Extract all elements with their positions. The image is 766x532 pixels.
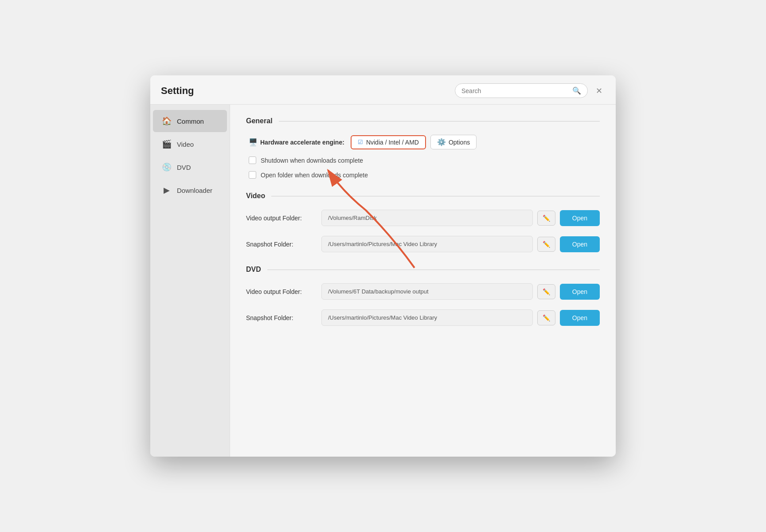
dvd-divider bbox=[267, 270, 600, 270]
sidebar-item-common[interactable]: 🏠 Common bbox=[153, 110, 227, 132]
dvd-output-edit-button[interactable]: ✏️ bbox=[537, 284, 555, 299]
dvd-title: DVD bbox=[246, 266, 261, 274]
body: 🏠 Common 🎬 Video 💿 DVD ▶ Downloader Gene… bbox=[150, 105, 616, 457]
sidebar-item-video[interactable]: 🎬 Video bbox=[153, 133, 227, 155]
search-box[interactable]: 🔍 bbox=[455, 83, 588, 98]
dvd-snapshot-folder-row: Snapshot Folder: ✏️ Open bbox=[246, 309, 600, 326]
sidebar-label-video: Video bbox=[177, 141, 194, 148]
video-section-header: Video bbox=[246, 192, 600, 200]
video-output-input[interactable] bbox=[321, 210, 533, 226]
checkbox-shutdown-label: Shutdown when downloads complete bbox=[261, 157, 363, 164]
dvd-section-header: DVD bbox=[246, 266, 600, 274]
search-input[interactable] bbox=[461, 87, 570, 94]
titlebar-right: 🔍 ✕ bbox=[455, 83, 605, 98]
hw-value-text: Nvidia / Intel / AMD bbox=[366, 139, 419, 146]
dvd-snapshot-label: Snapshot Folder: bbox=[246, 314, 317, 321]
general-title: General bbox=[246, 117, 273, 125]
checkbox-openfolder[interactable] bbox=[249, 171, 256, 179]
video-snapshot-input[interactable] bbox=[321, 236, 533, 252]
hw-label-text: Hardware accelerate engine: bbox=[260, 139, 344, 146]
hw-chip-icon: 🖥️ bbox=[249, 138, 258, 146]
dvd-output-folder-row: Video output Folder: ✏️ Open bbox=[246, 283, 600, 300]
sidebar-label-common: Common bbox=[177, 117, 204, 125]
sidebar-label-downloader: Downloader bbox=[177, 187, 212, 194]
video-output-folder-row: Video output Folder: ✏️ Open bbox=[246, 210, 600, 226]
home-icon: 🏠 bbox=[162, 116, 172, 126]
checkbox-shutdown[interactable] bbox=[249, 156, 256, 164]
hw-checkbox-button[interactable]: ☑ Nvidia / Intel / AMD bbox=[351, 135, 426, 149]
general-section-header: General bbox=[246, 117, 600, 125]
titlebar: Setting 🔍 ✕ bbox=[150, 75, 616, 105]
settings-window: Setting 🔍 ✕ 🏠 Common 🎬 Video 💿 DVD bbox=[150, 75, 616, 457]
video-divider bbox=[271, 196, 600, 196]
video-output-open-button[interactable]: Open bbox=[560, 210, 600, 226]
options-button[interactable]: ⚙️ Options bbox=[430, 135, 477, 149]
checkbox-openfolder-label: Open folder when downloads complete bbox=[261, 172, 368, 179]
video-snapshot-edit-button[interactable]: ✏️ bbox=[537, 237, 555, 252]
dvd-output-open-button[interactable]: Open bbox=[560, 284, 600, 300]
gear-icon: ⚙️ bbox=[437, 138, 446, 146]
video-snapshot-folder-row: Snapshot Folder: ✏️ Open bbox=[246, 236, 600, 252]
options-label: Options bbox=[449, 139, 470, 146]
sidebar-item-downloader[interactable]: ▶ Downloader bbox=[153, 179, 227, 201]
downloader-icon: ▶ bbox=[162, 185, 172, 195]
window-title: Setting bbox=[161, 85, 194, 97]
video-icon: 🎬 bbox=[162, 139, 172, 149]
checkbox-openfolder-row: Open folder when downloads complete bbox=[246, 171, 600, 179]
hw-engine-row: 🖥️ Hardware accelerate engine: ☑ Nvidia … bbox=[246, 135, 600, 149]
checkbox-shutdown-row: Shutdown when downloads complete bbox=[246, 156, 600, 164]
dvd-output-input[interactable] bbox=[321, 283, 533, 300]
video-title: Video bbox=[246, 192, 265, 200]
sidebar-item-dvd[interactable]: 💿 DVD bbox=[153, 156, 227, 178]
search-icon: 🔍 bbox=[572, 86, 581, 95]
sidebar-label-dvd: DVD bbox=[177, 164, 191, 171]
hw-annotation-wrapper: 🖥️ Hardware accelerate engine: ☑ Nvidia … bbox=[246, 135, 600, 149]
general-divider bbox=[279, 121, 600, 121]
video-output-label: Video output Folder: bbox=[246, 215, 317, 222]
video-snapshot-open-button[interactable]: Open bbox=[560, 236, 600, 252]
video-output-edit-button[interactable]: ✏️ bbox=[537, 211, 555, 226]
close-button[interactable]: ✕ bbox=[593, 86, 605, 96]
hw-label: 🖥️ Hardware accelerate engine: bbox=[249, 138, 344, 146]
checkmark-icon: ☑ bbox=[358, 139, 363, 145]
main-content: General 🖥️ Hardware accelerate engine: ☑… bbox=[230, 105, 616, 457]
dvd-icon: 💿 bbox=[162, 162, 172, 172]
video-snapshot-label: Snapshot Folder: bbox=[246, 241, 317, 248]
dvd-snapshot-open-button[interactable]: Open bbox=[560, 310, 600, 326]
dvd-snapshot-input[interactable] bbox=[321, 309, 533, 326]
dvd-snapshot-edit-button[interactable]: ✏️ bbox=[537, 310, 555, 325]
dvd-output-label: Video output Folder: bbox=[246, 288, 317, 295]
sidebar: 🏠 Common 🎬 Video 💿 DVD ▶ Downloader bbox=[150, 105, 230, 457]
